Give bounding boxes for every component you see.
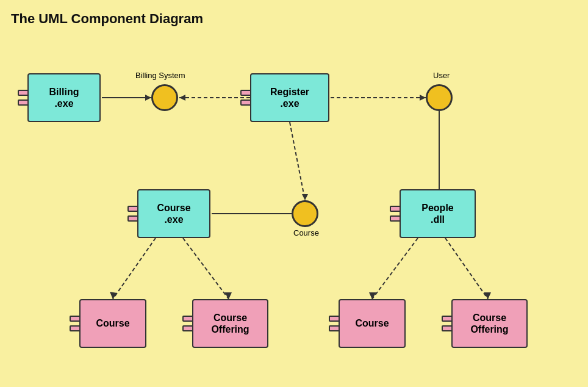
user-label: User: [433, 71, 450, 80]
billing-plug-1: [18, 90, 29, 96]
svg-marker-2: [179, 95, 185, 101]
course-exe-label: Course.exe: [157, 202, 190, 225]
course2-label: Course: [355, 317, 389, 329]
course-exe-plug-2: [127, 215, 138, 222]
course-exe-plugs: [127, 206, 138, 222]
course1-plug-2: [70, 325, 81, 331]
billing-plugs: [18, 90, 29, 106]
course2-plug-1: [329, 316, 340, 322]
people-dll-plug-2: [390, 215, 401, 222]
register-plug-2: [240, 99, 251, 106]
course-circle-label: Course: [293, 228, 319, 237]
billing-label: Billing.exe: [49, 86, 79, 109]
course-offering1-plug-1: [182, 316, 193, 322]
course-offering2-component: CourseOffering: [451, 299, 528, 348]
diagram-container: The UML Component Diagram: [0, 0, 588, 387]
billing-system-circle: [151, 84, 178, 111]
svg-marker-17: [145, 95, 151, 101]
people-dll-label: People.dll: [421, 202, 453, 225]
course1-component: Course: [79, 299, 146, 348]
course-offering1-plug-2: [182, 325, 193, 331]
svg-marker-7: [302, 194, 308, 200]
course2-plug-2: [329, 325, 340, 331]
diagram-title: The UML Component Diagram: [11, 11, 203, 27]
svg-line-9: [113, 238, 156, 299]
user-circle: [426, 84, 453, 111]
people-dll-plug-1: [390, 206, 401, 212]
course1-label: Course: [96, 317, 129, 329]
svg-line-13: [372, 238, 418, 299]
people-dll-component: People.dll: [400, 189, 476, 238]
svg-marker-10: [110, 292, 117, 299]
register-plugs: [240, 90, 251, 106]
billing-plug-2: [18, 99, 29, 106]
svg-marker-16: [484, 292, 491, 299]
svg-marker-4: [420, 95, 426, 101]
svg-line-6: [290, 122, 305, 200]
billing-component: Billing.exe: [27, 73, 101, 122]
register-component: Register.exe: [250, 73, 329, 122]
course-offering1-label: CourseOffering: [211, 312, 249, 335]
course-offering1-plugs: [182, 316, 193, 331]
course2-plugs: [329, 316, 340, 331]
register-label: Register.exe: [270, 86, 309, 109]
course1-plug-1: [70, 316, 81, 322]
svg-line-15: [445, 238, 488, 299]
billing-system-label: Billing System: [135, 71, 185, 80]
course-circle: [292, 200, 318, 227]
course2-component: Course: [339, 299, 406, 348]
course-offering1-component: CourseOffering: [192, 299, 268, 348]
course-offering2-label: CourseOffering: [470, 312, 508, 335]
register-plug-1: [240, 90, 251, 96]
svg-marker-14: [369, 292, 376, 299]
people-dll-plugs: [390, 206, 401, 222]
svg-line-11: [183, 238, 229, 299]
course-exe-component: Course.exe: [137, 189, 210, 238]
course-exe-plug-1: [127, 206, 138, 212]
course-offering2-plugs: [442, 316, 453, 331]
course1-plugs: [70, 316, 81, 331]
svg-marker-12: [224, 292, 232, 299]
course-offering2-plug-2: [442, 325, 453, 331]
course-offering2-plug-1: [442, 316, 453, 322]
